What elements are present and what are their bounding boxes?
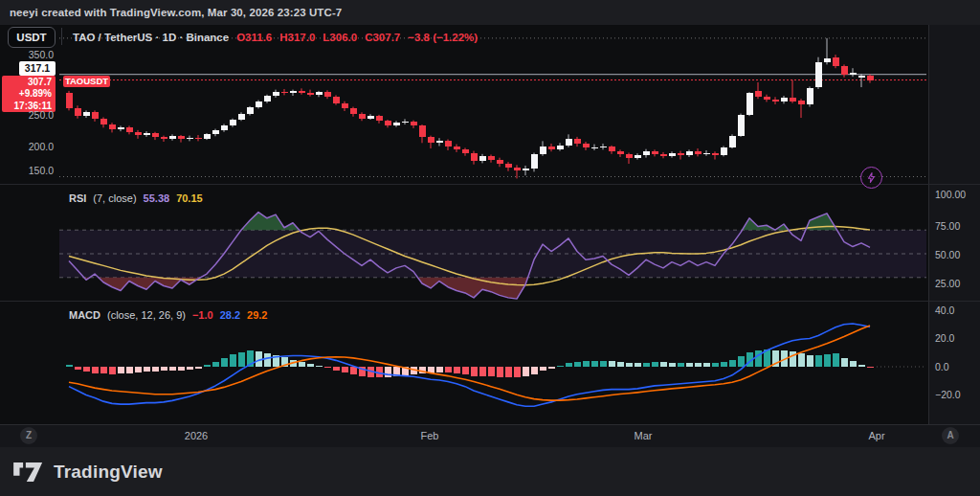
flash-trade-button[interactable] <box>860 167 882 189</box>
tradingview-chart-screen: neeyi created with TradingView.com, Mar … <box>0 0 980 496</box>
pane-divider-price-rsi[interactable] <box>0 184 980 185</box>
time-axis-label: Feb <box>421 430 439 441</box>
macd-title[interactable]: MACD <box>69 309 100 321</box>
symbol-title[interactable]: TAO / TetherUS · 1D · Binance <box>73 32 229 43</box>
macd-line-value: 28.2 <box>220 309 240 321</box>
macd-axis-40: 40.0 <box>935 304 979 316</box>
last-price-change-percent: +9.89% <box>2 88 52 100</box>
macd-signal-value: 29.2 <box>247 309 267 321</box>
symbol-price-line-badge: TAOUSDT <box>63 76 110 87</box>
creator-attribution-bar: neeyi created with TradingView.com, Mar … <box>0 0 980 25</box>
symbol-legend: TAO / TetherUS · 1D · Binance O311.6 H31… <box>73 30 478 44</box>
tradingview-brand-text[interactable]: TradingView <box>54 462 163 483</box>
price-tick-350: 350.0 <box>0 49 56 60</box>
price-tick-250: 250.0 <box>0 109 56 121</box>
ohlc-open: O311.6 <box>236 32 272 43</box>
price-tick-200: 200.0 <box>0 141 56 152</box>
rsi-axis-25: 25.00 <box>935 278 979 289</box>
ohlc-close: C307.7 <box>365 32 400 43</box>
rsi-legend: RSI (7, close) 55.38 70.15 <box>69 192 203 204</box>
price-tick-150: 150.0 <box>0 165 56 176</box>
footer-bar: TradingView <box>0 447 980 496</box>
last-price-value: 307.7 <box>2 77 52 88</box>
macd-axis-20: 20.0 <box>935 332 979 344</box>
time-axis-label: 2026 <box>185 430 208 441</box>
rsi-params: (7, close) <box>93 192 136 204</box>
rsi-value: 55.38 <box>144 192 170 204</box>
macd-hist-value: −1.0 <box>192 309 213 321</box>
rsi-axis-75: 75.00 <box>935 220 979 232</box>
macd-legend: MACD (close, 12, 26, 9) −1.0 28.2 29.2 <box>69 309 268 321</box>
timezone-button[interactable]: Z <box>20 427 37 444</box>
tradingview-logo-icon[interactable] <box>13 462 45 482</box>
macd-params: (close, 12, 26, 9) <box>107 309 186 321</box>
time-axis-label: Apr <box>868 430 884 441</box>
lightning-bolt-icon <box>865 171 878 184</box>
auto-scale-button[interactable]: A <box>942 427 959 444</box>
pane-divider-rsi-macd[interactable] <box>0 301 980 302</box>
chart-canvas[interactable] <box>0 0 980 496</box>
last-price-label: 307.7 +9.89% 17:36:11 <box>2 76 56 112</box>
creator-text: neeyi created with TradingView.com, Mar … <box>10 7 342 18</box>
rsi-ma-value: 70.15 <box>176 192 203 204</box>
prev-close-price-label: 317.1 <box>19 61 56 76</box>
time-axis[interactable] <box>0 424 980 448</box>
time-axis-label: Mar <box>635 430 653 441</box>
macd-axis-0: 0.0 <box>935 361 979 372</box>
rsi-axis-100: 100.00 <box>935 189 979 200</box>
rsi-axis-50: 50.00 <box>935 249 979 260</box>
ohlc-change: −3.8 (−1.22%) <box>408 32 478 43</box>
toolbar-divider <box>61 28 62 45</box>
currency-toggle-button[interactable]: USDT <box>8 27 56 48</box>
rsi-title[interactable]: RSI <box>69 192 86 204</box>
ohlc-high: H317.0 <box>279 32 315 43</box>
ohlc-low: L306.0 <box>323 32 357 43</box>
macd-axis-minus20: −20.0 <box>935 389 979 400</box>
